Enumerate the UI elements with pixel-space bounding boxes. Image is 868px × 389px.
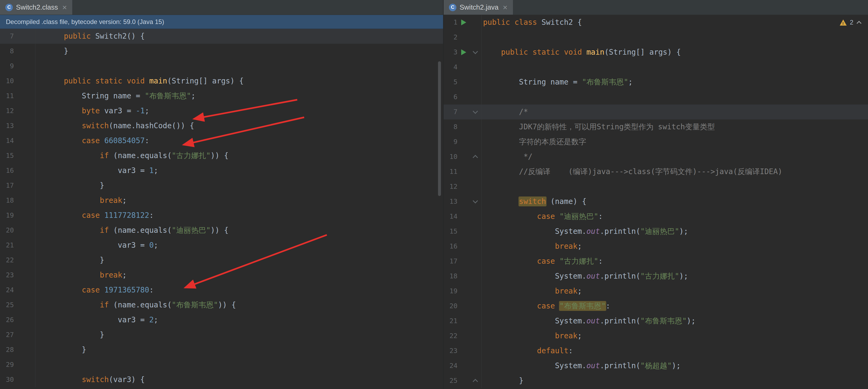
- code-line-11[interactable]: 11 //反编译 (编译)java--->class(字节码文件)--->jav…: [443, 164, 868, 179]
- gutter: 29: [0, 357, 35, 372]
- close-tab-icon[interactable]: ×: [502, 3, 507, 11]
- code-line-17[interactable]: 17 case "古力娜扎":: [443, 254, 868, 269]
- code-line-24[interactable]: 24 System.out.println("杨超越");: [443, 358, 868, 373]
- code-text: byte var3 = -1;: [35, 103, 443, 118]
- code-line-23[interactable]: 23 break;: [0, 268, 443, 282]
- code-text: public static void main(String[] args) {: [35, 73, 443, 89]
- code-line-10[interactable]: 10 public static void main(String[] args…: [0, 73, 443, 89]
- code-text: case "迪丽热巴":: [482, 209, 868, 224]
- code-line-3[interactable]: 3 public static void main(String[] args)…: [443, 45, 868, 60]
- line-number: 17: [0, 178, 14, 193]
- inspections-widget[interactable]: ! 2: [840, 19, 860, 26]
- code-text: }: [35, 178, 443, 193]
- code-line-21[interactable]: 21 System.out.println("布鲁斯韦恩");: [443, 313, 868, 328]
- right-editor[interactable]: 1public class Switch2 {23 public static …: [443, 15, 868, 389]
- left-tab-bar: C Switch2.class ×: [0, 0, 443, 15]
- gutter: 10: [0, 73, 35, 89]
- code-line-26[interactable]: 26 var3 = 2;: [0, 312, 443, 327]
- code-line-14[interactable]: 14 case 660854057:: [0, 133, 443, 148]
- code-line-18[interactable]: 18 System.out.println("古力娜扎");: [443, 269, 868, 284]
- run-icon[interactable]: [461, 49, 466, 55]
- line-number: 24: [443, 358, 458, 373]
- code-line-6[interactable]: 6: [443, 90, 868, 104]
- code-line-7[interactable]: 7 /*: [443, 104, 868, 119]
- code-line-29[interactable]: 29: [0, 357, 443, 372]
- code-line-8[interactable]: 8 }: [0, 44, 443, 59]
- close-tab-icon[interactable]: ×: [61, 3, 67, 11]
- code-line-13[interactable]: 13 switch (name) {: [443, 194, 868, 209]
- code-line-17[interactable]: 17 }: [0, 178, 443, 193]
- code-text: }: [35, 44, 443, 59]
- code-text: case "布鲁斯韦恩":: [482, 299, 868, 313]
- gutter: 15: [0, 148, 35, 163]
- warning-icon: !: [840, 20, 847, 26]
- code-line-25[interactable]: 25 if (name.equals("布鲁斯韦恩")) {: [0, 298, 443, 312]
- code-text: case 1117728122:: [35, 208, 443, 223]
- line-number: 7: [0, 29, 14, 44]
- fold-down-icon[interactable]: [473, 49, 478, 54]
- code-line-25[interactable]: 25 }: [443, 373, 868, 388]
- code-line-20[interactable]: 20 if (name.equals("迪丽热巴")) {: [0, 223, 443, 238]
- fold-up-icon[interactable]: [473, 379, 478, 384]
- code-line-5[interactable]: 5 String name = "布鲁斯韦恩";: [443, 74, 868, 90]
- tab-switch2-class[interactable]: C Switch2.class ×: [0, 0, 72, 15]
- fold-down-icon[interactable]: [473, 198, 478, 203]
- run-icon[interactable]: [461, 20, 466, 25]
- gutter: 16: [443, 239, 482, 254]
- gutter: 18: [0, 193, 35, 208]
- line-number: 13: [443, 194, 458, 209]
- gutter: 11: [0, 89, 35, 103]
- code-line-16[interactable]: 16 break;: [443, 239, 868, 254]
- code-line-18[interactable]: 18 break;: [0, 193, 443, 208]
- code-line-24[interactable]: 24 case 1971365780:: [0, 282, 443, 298]
- code-line-9[interactable]: 9: [0, 59, 443, 73]
- code-line-28[interactable]: 28 }: [0, 342, 443, 357]
- code-text: case "古力娜扎":: [482, 254, 868, 269]
- code-line-2[interactable]: 2: [443, 30, 868, 45]
- code-line-10[interactable]: 10 */: [443, 149, 868, 164]
- left-editor[interactable]: 7 public Switch2() {8 }910 public static…: [0, 29, 443, 389]
- line-number: 21: [0, 238, 14, 253]
- code-line-4[interactable]: 4: [443, 60, 868, 74]
- line-number: 13: [0, 118, 14, 133]
- code-line-12[interactable]: 12: [443, 179, 868, 194]
- line-number: 19: [0, 208, 14, 223]
- code-line-30[interactable]: 30 switch(var3) {: [0, 372, 443, 387]
- code-text: if (name.equals("迪丽热巴")) {: [35, 223, 443, 238]
- code-line-23[interactable]: 23 default:: [443, 343, 868, 358]
- code-line-14[interactable]: 14 case "迪丽热巴":: [443, 209, 868, 224]
- fold-up-icon[interactable]: [473, 155, 478, 160]
- code-line-16[interactable]: 16 var3 = 1;: [0, 163, 443, 178]
- gutter: 1: [443, 15, 482, 30]
- gutter: 22: [443, 328, 482, 343]
- code-line-12[interactable]: 12 byte var3 = -1;: [0, 103, 443, 118]
- code-line-19[interactable]: 19 break;: [443, 284, 868, 299]
- gutter: 13: [443, 194, 482, 209]
- code-text: case 1971365780:: [35, 282, 443, 298]
- line-number: 14: [0, 133, 14, 148]
- code-text: System.out.println("迪丽热巴");: [482, 224, 868, 239]
- code-line-1[interactable]: 1public class Switch2 {: [443, 15, 868, 30]
- code-line-15[interactable]: 15 if (name.equals("古力娜扎")) {: [0, 148, 443, 163]
- code-line-20[interactable]: 20 case "布鲁斯韦恩":: [443, 299, 868, 313]
- code-line-27[interactable]: 27 }: [0, 327, 443, 342]
- gutter: 21: [443, 313, 482, 328]
- code-text: default:: [482, 343, 868, 358]
- code-line-22[interactable]: 22 }: [0, 253, 443, 268]
- code-line-11[interactable]: 11 String name = "布鲁斯韦恩";: [0, 89, 443, 103]
- code-line-8[interactable]: 8 JDK7的新特性，可以用String类型作为 switch变量类型: [443, 119, 868, 134]
- code-line-7[interactable]: 7 public Switch2() {: [0, 29, 443, 44]
- code-line-13[interactable]: 13 switch(name.hashCode()) {: [0, 118, 443, 133]
- code-line-21[interactable]: 21 var3 = 0;: [0, 238, 443, 253]
- gutter: 18: [443, 269, 482, 284]
- gutter: 9: [0, 59, 35, 73]
- decompile-banner: Decompiled .class file, bytecode version…: [0, 15, 443, 29]
- fold-down-icon[interactable]: [473, 109, 478, 114]
- code-line-22[interactable]: 22 break;: [443, 328, 868, 343]
- code-text: public Switch2() {: [35, 29, 443, 44]
- scrollbar-thumb[interactable]: [438, 61, 441, 196]
- code-line-9[interactable]: 9 字符的本质还是数字: [443, 134, 868, 149]
- code-line-15[interactable]: 15 System.out.println("迪丽热巴");: [443, 224, 868, 239]
- code-line-19[interactable]: 19 case 1117728122:: [0, 208, 443, 223]
- tab-switch2-java[interactable]: C Switch2.java ×: [443, 0, 513, 15]
